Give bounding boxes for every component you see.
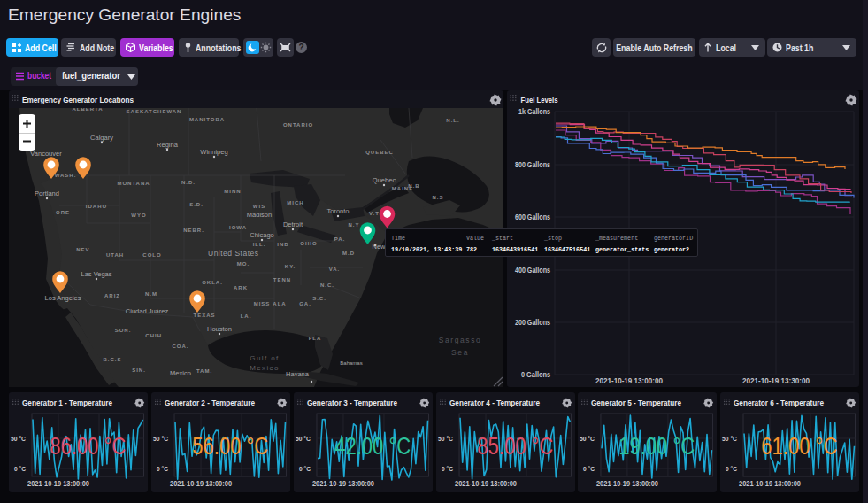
svg-text:2021-10-19 13:00:00: 2021-10-19 13:00:00 bbox=[170, 479, 232, 488]
svg-text:_start: _start bbox=[491, 235, 513, 242]
svg-text:Value: Value bbox=[466, 235, 484, 242]
svg-text:0 °C: 0 °C bbox=[442, 465, 453, 473]
svg-text:2021-10-19 13:00:00: 2021-10-19 13:00:00 bbox=[455, 479, 517, 488]
svg-text:Time: Time bbox=[391, 235, 405, 242]
svg-text:2021-10-19 13:00:00: 2021-10-19 13:00:00 bbox=[312, 479, 374, 488]
svg-text:Generator 1 - Temperature: Generator 1 - Temperature bbox=[22, 398, 112, 407]
svg-text:Generator 6 - Temperature: Generator 6 - Temperature bbox=[734, 398, 824, 407]
svg-text:61.00 °C: 61.00 °C bbox=[761, 433, 837, 460]
svg-text:50 °C: 50 °C bbox=[11, 435, 26, 443]
svg-text:2021-10-19 13:00:00: 2021-10-19 13:00:00 bbox=[27, 479, 89, 488]
svg-text:50 °C: 50 °C bbox=[722, 435, 737, 443]
svg-text:42.00 °C: 42.00 °C bbox=[334, 433, 411, 460]
svg-text:0 °C: 0 °C bbox=[299, 465, 311, 473]
svg-text:0 °C: 0 °C bbox=[583, 465, 595, 473]
svg-text:0 °C: 0 °C bbox=[726, 465, 737, 473]
svg-text:85.00 °C: 85.00 °C bbox=[477, 433, 553, 460]
svg-text:0 °C: 0 °C bbox=[157, 465, 168, 473]
svg-text:generator_stats: generator_stats bbox=[595, 246, 649, 253]
svg-text:Generator 3 - Temperature: Generator 3 - Temperature bbox=[307, 398, 397, 407]
svg-text:50 °C: 50 °C bbox=[153, 435, 168, 443]
svg-text:86.00 °C: 86.00 °C bbox=[50, 433, 126, 460]
svg-text:Generator 4 - Temperature: Generator 4 - Temperature bbox=[449, 398, 540, 407]
svg-text:56.00 °C: 56.00 °C bbox=[192, 433, 268, 460]
svg-text:2021-10-19 13:00:00: 2021-10-19 13:00:00 bbox=[739, 479, 801, 488]
svg-text:_measurement: _measurement bbox=[595, 235, 638, 242]
svg-text:1634643916541: 1634643916541 bbox=[492, 246, 538, 253]
svg-text:0 °C: 0 °C bbox=[14, 465, 26, 473]
svg-text:generatorID: generatorID bbox=[654, 235, 693, 242]
svg-text:19/10/2021, 13:43:39: 19/10/2021, 13:43:39 bbox=[391, 246, 462, 253]
svg-text:generator2: generator2 bbox=[654, 246, 689, 253]
svg-text:50 °C: 50 °C bbox=[580, 435, 595, 443]
svg-text:1634647516541: 1634647516541 bbox=[544, 246, 590, 253]
svg-text:Generator 5 - Temperature: Generator 5 - Temperature bbox=[591, 398, 681, 407]
svg-text:50 °C: 50 °C bbox=[296, 435, 311, 443]
svg-text:50 °C: 50 °C bbox=[438, 435, 453, 443]
svg-text:782: 782 bbox=[466, 246, 477, 253]
svg-text:_stop: _stop bbox=[543, 235, 562, 242]
svg-text:19.00 °C: 19.00 °C bbox=[619, 433, 695, 460]
svg-text:2021-10-19 13:00:00: 2021-10-19 13:00:00 bbox=[596, 479, 658, 488]
svg-text:Generator 2 - Temperature: Generator 2 - Temperature bbox=[165, 398, 255, 407]
